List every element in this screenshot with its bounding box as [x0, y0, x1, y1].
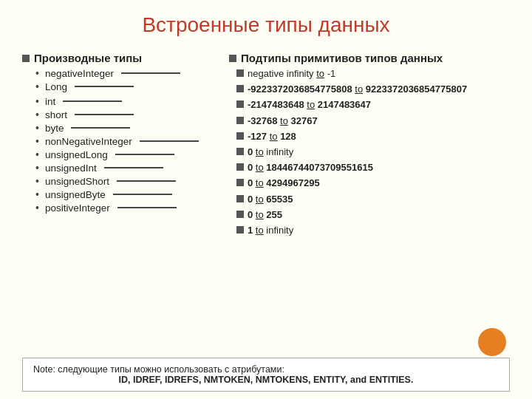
- connector-line: [104, 167, 163, 168]
- list-item: Long: [35, 81, 214, 92]
- connector-line: [63, 100, 122, 102]
- right-item-bullet: [236, 100, 244, 108]
- note-box: Note: следующие типы можно использовать …: [22, 358, 510, 392]
- list-item: int: [35, 95, 214, 107]
- page: Встроенные типы данных Производные типы …: [0, 0, 532, 399]
- connector-line: [121, 72, 180, 74]
- connector-line: [140, 140, 199, 142]
- left-items-list: negativeInteger Long int short byte: [35, 67, 214, 214]
- right-item-bullet: [236, 117, 244, 124]
- connector-line: [71, 127, 130, 129]
- list-item: 0 to 255: [236, 208, 510, 222]
- connector-line: [75, 114, 134, 115]
- right-bullet: [229, 55, 236, 62]
- right-item-bullet: [236, 132, 244, 140]
- orange-circle-decoration: [478, 328, 506, 356]
- list-item: nonNegativeInteger: [35, 135, 214, 147]
- right-item-bullet: [236, 195, 244, 202]
- list-item: negativeInteger: [35, 67, 214, 79]
- list-item: 1 to infinity: [236, 224, 510, 237]
- right-item-bullet: [236, 179, 244, 186]
- left-bullet: [22, 55, 30, 62]
- list-item: 0 to 4294967295: [236, 177, 510, 190]
- connector-line: [75, 86, 134, 87]
- page-title: Встроенные типы данных: [0, 0, 532, 44]
- list-item: -127 to 128: [236, 130, 510, 143]
- note-line1: Note: следующие типы можно использовать …: [33, 364, 499, 375]
- list-item: byte: [35, 122, 214, 134]
- right-items-list: negative infinity to -1 -922337203685477…: [236, 67, 510, 237]
- connector-line: [113, 194, 172, 195]
- right-section-title: Подтипы примитивов типов данных: [241, 52, 443, 64]
- list-item: unsignedInt: [35, 162, 214, 174]
- list-item: positiveInteger: [35, 202, 214, 214]
- right-item-bullet: [236, 85, 244, 92]
- list-item: short: [35, 109, 214, 120]
- list-item: 0 to 65535: [236, 193, 510, 206]
- list-item: unsignedShort: [35, 175, 214, 187]
- list-item: -32768 to 32767: [236, 115, 510, 128]
- list-item: negative infinity to -1: [236, 67, 510, 81]
- list-item: 0 to infinity: [236, 146, 510, 159]
- list-item: 0 to 18446744073709551615: [236, 161, 510, 174]
- left-column: Производные типы negativeInteger Long in…: [22, 52, 214, 239]
- left-section-header: Производные типы: [22, 52, 214, 64]
- right-item-bullet: [236, 163, 244, 171]
- list-item: -9223372036854775808 to 9223372036854775…: [236, 83, 510, 96]
- list-item: unsignedByte: [35, 188, 214, 200]
- list-item: unsignedLong: [35, 149, 214, 160]
- left-section-title: Производные типы: [34, 52, 142, 64]
- right-item-bullet: [236, 148, 244, 155]
- right-item-bullet: [236, 69, 244, 77]
- right-section-header: Подтипы примитивов типов данных: [229, 52, 510, 64]
- connector-line: [117, 180, 176, 182]
- right-item-bullet: [236, 211, 244, 218]
- note-line2: ID, IDREF, IDREFS, NMTOKEN, NMTOKENS, EN…: [33, 375, 499, 385]
- right-column: Подтипы примитивов типов данных negative…: [229, 52, 510, 239]
- main-content: Производные типы negativeInteger Long in…: [0, 44, 532, 239]
- list-item: -2147483648 to 2147483647: [236, 98, 510, 112]
- connector-line: [115, 154, 174, 155]
- right-item-bullet: [236, 226, 244, 233]
- connector-line: [117, 207, 177, 208]
